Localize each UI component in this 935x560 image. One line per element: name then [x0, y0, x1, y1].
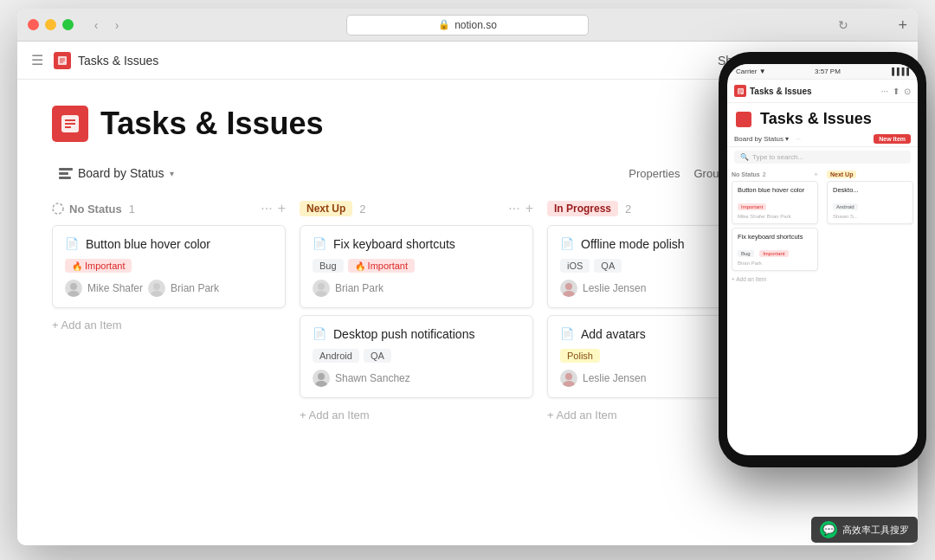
svg-point-12	[151, 291, 163, 297]
url-bar[interactable]: 🔒 notion.so	[346, 15, 589, 35]
phone-toolbar-more[interactable]: ···	[796, 136, 801, 142]
badge-in-progress: In Progress	[547, 201, 618, 216]
phone-battery: ▐▐▐▐	[889, 68, 909, 75]
svg-point-14	[315, 291, 327, 297]
card-title-row: 📄 Button blue hover color	[65, 236, 273, 252]
svg-point-10	[68, 291, 80, 297]
phone-add-item[interactable]: + Add an Item	[732, 274, 818, 284]
phone-col-add[interactable]: +	[814, 171, 818, 178]
doc-icon: 📄	[65, 237, 79, 250]
phone-column-header-next-up: Next Up	[827, 171, 913, 178]
doc-icon: 📄	[313, 237, 326, 250]
column-more-icon[interactable]: ···	[261, 201, 272, 216]
phone-column-next-up: Next Up Deskto... Android Shawn S...	[822, 171, 918, 452]
tag-bug: Bug	[313, 259, 344, 273]
column-count-in-progress: 2	[625, 203, 631, 216]
phone-share-icon[interactable]: ⬆	[893, 87, 900, 96]
properties-button[interactable]: Properties	[629, 167, 680, 180]
phone-toolbar: Board by Status ▾ ··· New Item	[727, 132, 918, 147]
phone-card-1[interactable]: Button blue hover color Important Mike S…	[732, 181, 818, 224]
phone-clock-icon[interactable]: ⊙	[904, 87, 911, 96]
svg-point-17	[565, 283, 572, 290]
svg-point-18	[563, 291, 575, 297]
forward-arrow[interactable]: ›	[108, 16, 126, 34]
back-arrow[interactable]: ‹	[87, 16, 105, 34]
phone-tag-imp2: Important	[759, 250, 788, 257]
phone-board-area: No Status 2 + Button blue hover color Im…	[727, 167, 918, 455]
svg-point-11	[153, 283, 160, 290]
maximize-button[interactable]	[62, 19, 74, 30]
phone-new-item-button[interactable]: New Item	[874, 134, 911, 144]
tag-qa2: QA	[594, 259, 622, 273]
nav-arrows: ‹ ›	[87, 16, 126, 34]
card-title-row: 📄 Desktop push notifications	[313, 326, 520, 342]
card-title: Desktop push notifications	[333, 326, 474, 342]
page-title: Tasks & Issues	[100, 106, 323, 142]
card-tags: 🔥 Important	[65, 259, 273, 273]
phone-board-label[interactable]: Board by Status ▾	[734, 135, 789, 143]
wechat-icon: 💬	[820, 521, 837, 538]
board-view-button[interactable]: Board by Status ▾	[52, 163, 181, 183]
card-button-blue-hover[interactable]: 📄 Button blue hover color 🔥 Important Mi…	[52, 225, 286, 308]
traffic-lights	[28, 19, 74, 30]
hamburger-icon[interactable]: ☰	[31, 52, 43, 68]
phone-card-3[interactable]: Deskto... Android Shawn S...	[827, 181, 913, 224]
phone-card-2[interactable]: Fix keyboard shortcuts Bug Important Bri…	[732, 228, 818, 271]
card-title: Offline mode polish	[581, 236, 685, 252]
doc-icon: 📄	[560, 237, 574, 250]
phone-page-title: Tasks & Issues	[750, 87, 878, 96]
avatar-leslie2	[560, 370, 577, 387]
column-add-icon[interactable]: +	[526, 201, 533, 216]
phone-tag-important: Important	[738, 203, 766, 210]
url-text: notion.so	[455, 19, 497, 31]
author-brian: Brian Park	[171, 282, 219, 294]
phone-screen: Carrier ▼ 3:57 PM ▐▐▐▐ Tasks & Issues ··…	[727, 64, 918, 455]
add-item-next-up[interactable]: + Add an Item	[300, 405, 533, 425]
card-title: Add avatars	[581, 326, 646, 342]
card-title-row: 📄 Fix keyboard shortcuts	[313, 236, 520, 252]
column-header-no-status: No Status 1 ··· +	[52, 201, 286, 216]
avatar-brian2	[313, 280, 330, 297]
column-count-no-status: 1	[129, 203, 135, 216]
column-title-no-status: No Status	[69, 203, 122, 216]
lock-icon: 🔒	[438, 19, 450, 30]
tag-android: Android	[313, 349, 359, 363]
card-fix-keyboard[interactable]: 📄 Fix keyboard shortcuts Bug 🔥 Important…	[300, 225, 533, 308]
tag-qa: QA	[364, 349, 391, 363]
new-tab-button[interactable]: +	[898, 17, 907, 33]
column-add-icon[interactable]: +	[278, 201, 286, 216]
phone-page-icon	[734, 85, 746, 97]
card-push-notifications[interactable]: 📄 Desktop push notifications Android QA …	[300, 315, 533, 398]
card-title: Button blue hover color	[86, 236, 210, 252]
avatar-leslie	[560, 280, 577, 297]
author-mike: Mike Shafer	[87, 282, 143, 294]
tag-polish: Polish	[560, 349, 600, 363]
card-title: Fix keyboard shortcuts	[333, 236, 455, 252]
phone-search[interactable]: 🔍 Type to search...	[734, 151, 911, 164]
phone-time: 3:57 PM	[815, 68, 841, 75]
phone-more-icon[interactable]: ···	[881, 87, 888, 96]
phone-status-icons: ▐▐▐▐	[889, 68, 909, 75]
minimize-button[interactable]	[45, 19, 56, 30]
phone-tag-android: Android	[833, 203, 858, 210]
svg-point-20	[563, 381, 575, 387]
author-brian2: Brian Park	[335, 282, 384, 294]
phone-main-title: Tasks & Issues	[727, 103, 918, 132]
column-count-next-up: 2	[359, 203, 365, 216]
phone-header-actions: ··· ⬆ ⊙	[881, 87, 911, 96]
column-more-icon[interactable]: ···	[508, 201, 519, 216]
svg-point-13	[318, 283, 325, 290]
column-actions-no-status: ··· +	[261, 201, 286, 216]
add-item-no-status[interactable]: + Add an Item	[52, 315, 286, 335]
close-button[interactable]	[28, 19, 39, 30]
column-header-next-up: Next Up 2 ··· +	[300, 201, 533, 216]
phone-status-bar: Carrier ▼ 3:57 PM ▐▐▐▐	[727, 64, 918, 80]
author-leslie2: Leslie Jensen	[583, 372, 646, 384]
board-view-label: Board by Status	[78, 166, 164, 180]
avatar-brian	[148, 280, 165, 297]
refresh-button[interactable]: ↻	[838, 18, 848, 32]
wechat-label: 高效率工具搜罗	[842, 524, 909, 537]
svg-point-15	[318, 373, 325, 380]
doc-icon: 📄	[313, 327, 326, 340]
card-tags: Bug 🔥 Important	[313, 259, 520, 273]
